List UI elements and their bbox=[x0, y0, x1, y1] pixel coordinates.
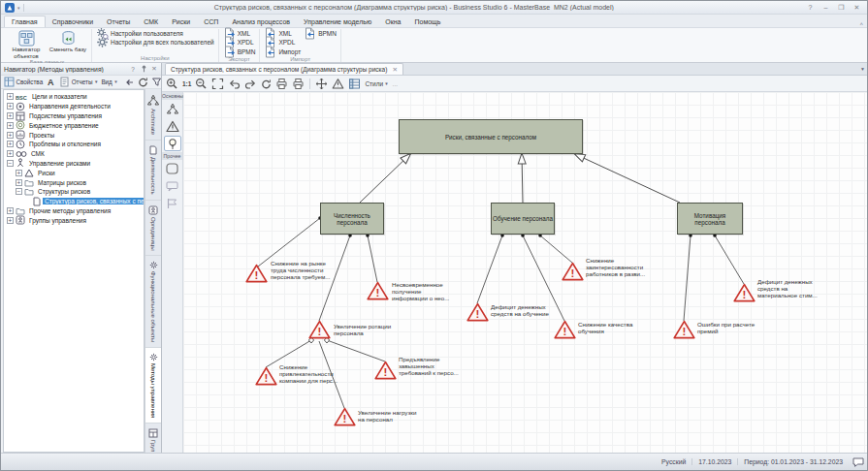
ribbon-tab-ссп[interactable]: ССП bbox=[197, 16, 225, 27]
ribbon-tab-окна[interactable]: Окна bbox=[378, 16, 407, 27]
reports-button[interactable]: Отчеты▼ bbox=[59, 77, 98, 87]
risk-triangle[interactable]: ! bbox=[255, 366, 277, 386]
zoom-one-to-one-button[interactable]: 1:1 bbox=[182, 80, 191, 87]
view-button[interactable]: Вид▼ bbox=[101, 78, 117, 85]
risk-label[interactable]: Дефицит денежных средств на материальное… bbox=[757, 279, 818, 299]
risk-triangle[interactable]: ! bbox=[367, 281, 389, 300]
collapse-icon[interactable]: − bbox=[16, 188, 22, 195]
diagram-node-root[interactable]: Риски, связанные с персоналом bbox=[399, 119, 583, 154]
ribbon-tab-управление-моделью[interactable]: Управление моделью bbox=[297, 16, 378, 27]
tree-item[interactable]: +Бюджетное управление bbox=[4, 120, 144, 130]
tree-item[interactable]: +Направления деятельности bbox=[4, 102, 144, 111]
tree-item[interactable]: Структура рисков, связанных с персоналом bbox=[4, 197, 144, 206]
risk-triangle[interactable]: ! bbox=[733, 283, 755, 302]
risk-label[interactable]: Снижение привлекательности компании для … bbox=[279, 364, 338, 385]
styles-button[interactable]: Стили▼ bbox=[365, 80, 388, 87]
fit-to-window-button[interactable] bbox=[211, 78, 224, 90]
risk-label[interactable]: Снижение качества обучения bbox=[578, 322, 632, 335]
ribbon-tab-справочники[interactable]: Справочники bbox=[46, 16, 100, 27]
expand-icon[interactable]: + bbox=[7, 150, 14, 157]
tree-item[interactable]: +Проекты bbox=[4, 130, 144, 140]
tree-item[interactable]: +Проблемы и отклонения bbox=[4, 140, 144, 149]
zoom-in-button[interactable] bbox=[166, 78, 178, 90]
tab-close-icon[interactable]: ✕ bbox=[392, 66, 397, 74]
side-tab-archimate[interactable]: Archimate bbox=[145, 89, 161, 141]
risk-label[interactable]: Предъявление завышенных требований к пер… bbox=[399, 357, 459, 377]
risk-label[interactable]: Снижение на рынке труда численности перс… bbox=[271, 261, 330, 281]
tree-item[interactable]: −Структуры рисков bbox=[4, 187, 144, 197]
ribbon-button[interactable]: BPMN bbox=[304, 29, 337, 38]
back-button[interactable] bbox=[124, 77, 135, 87]
risk-label[interactable]: Увеличение нагрузки на персонал bbox=[358, 410, 416, 424]
ribbon-button[interactable]: BPMN bbox=[223, 47, 256, 56]
table-button[interactable] bbox=[348, 78, 361, 90]
side-tab-оргединицы[interactable]: Оргединицы bbox=[145, 201, 161, 257]
expand-icon[interactable]: + bbox=[7, 141, 14, 147]
feedback-bubble-icon[interactable] bbox=[852, 457, 864, 467]
tree-item[interactable]: +Прочие методы управления bbox=[4, 206, 144, 216]
expand-icon[interactable]: + bbox=[7, 93, 14, 100]
ribbon-button[interactable]: Навигатор объектов bbox=[7, 29, 46, 59]
navigator-pin-icon[interactable] bbox=[140, 65, 147, 74]
status-period[interactable]: Период: 01.01.2023 - 31.12.2023 bbox=[737, 458, 849, 465]
expand-icon[interactable]: + bbox=[7, 122, 14, 129]
filter-button[interactable] bbox=[151, 77, 162, 87]
risk-triangle[interactable]: ! bbox=[554, 320, 576, 339]
risk-label[interactable]: Ошибки при расчете премий bbox=[697, 322, 755, 335]
tree-item[interactable]: +Риски bbox=[4, 168, 144, 177]
risk-label[interactable]: Несвоевременное получение информации о н… bbox=[392, 282, 449, 302]
risk-label[interactable]: Увеличение ротации персонала bbox=[334, 324, 391, 337]
redo-button[interactable] bbox=[244, 78, 257, 90]
ribbon-tab-смк[interactable]: СМК bbox=[137, 16, 165, 27]
tree-item[interactable]: +BSCЦели и показатели bbox=[4, 92, 144, 102]
risk-triangle[interactable]: ! bbox=[562, 262, 584, 281]
close-button[interactable]: ✕ bbox=[851, 4, 863, 12]
quick-access-caret-icon[interactable]: ▾ bbox=[17, 5, 20, 11]
tree-item[interactable]: −Управление рисками bbox=[4, 159, 144, 169]
side-tab-методы-управления[interactable]: Методы управления bbox=[145, 348, 161, 424]
diagram-node-g3[interactable]: Мотивация персонала bbox=[677, 203, 743, 235]
hierarchy-button[interactable] bbox=[332, 78, 344, 90]
refresh-button[interactable] bbox=[261, 78, 272, 89]
tree-item[interactable]: +Группы управления bbox=[4, 215, 144, 225]
navigator-help-icon[interactable]: ? bbox=[129, 66, 137, 73]
ribbon-tab-помощь[interactable]: Помощь bbox=[407, 16, 447, 27]
risk-label[interactable]: Дефицит денежных средств на обучение bbox=[491, 304, 549, 318]
refresh-button[interactable] bbox=[138, 77, 148, 87]
risk-triangle[interactable]: ! bbox=[673, 320, 695, 339]
tree-item[interactable]: +Подсистемы управления bbox=[4, 111, 144, 121]
collapse-icon[interactable]: − bbox=[7, 160, 14, 167]
expand-icon[interactable]: + bbox=[16, 179, 22, 186]
ribbon-button[interactable]: Настройки для всех пользователей bbox=[96, 38, 214, 47]
expand-icon[interactable]: + bbox=[7, 132, 14, 139]
risk-triangle[interactable]: ! bbox=[466, 302, 489, 322]
maximize-button[interactable]: ❐ bbox=[835, 4, 848, 12]
idea-tool[interactable] bbox=[164, 136, 181, 151]
side-tab-функциональные-объекты[interactable]: Функциональные объекты bbox=[145, 256, 161, 348]
status-date[interactable]: 17.10.2023 bbox=[691, 458, 737, 465]
risk-triangle[interactable]: ! bbox=[308, 320, 331, 339]
zoom-out-button[interactable] bbox=[195, 78, 208, 90]
diagram-canvas[interactable]: Риски, связанные с персоналомЧисленность… bbox=[183, 92, 868, 455]
status-language[interactable]: Русский bbox=[656, 458, 691, 465]
risk-triangle[interactable]: ! bbox=[245, 264, 268, 283]
navigator-close-icon[interactable]: ✕ bbox=[150, 65, 158, 73]
tree-item[interactable]: +Матрицы рисков bbox=[4, 177, 144, 187]
ribbon-button[interactable]: Сменить базу bbox=[48, 29, 87, 53]
structure-tool[interactable] bbox=[164, 101, 181, 116]
minimize-button[interactable]: – bbox=[820, 4, 832, 11]
undo-button[interactable] bbox=[228, 78, 241, 90]
risk-triangle[interactable]: ! bbox=[334, 407, 356, 426]
frame-tool[interactable] bbox=[164, 161, 181, 176]
expand-icon[interactable]: + bbox=[7, 207, 14, 214]
more-button[interactable]: ... bbox=[393, 80, 398, 87]
print-preview-button[interactable] bbox=[292, 78, 305, 90]
expand-icon[interactable]: + bbox=[16, 170, 22, 176]
archimate-a-button[interactable]: A bbox=[46, 77, 56, 87]
ribbon-tab-анализ-процессов[interactable]: Анализ процессов bbox=[225, 16, 297, 27]
risk-tool[interactable] bbox=[164, 118, 181, 134]
pan-button[interactable] bbox=[315, 78, 328, 90]
expand-icon[interactable]: + bbox=[7, 217, 14, 224]
properties-button[interactable]: Свойства bbox=[4, 77, 43, 87]
diagram-node-g2[interactable]: Обучение персонала bbox=[491, 203, 555, 235]
